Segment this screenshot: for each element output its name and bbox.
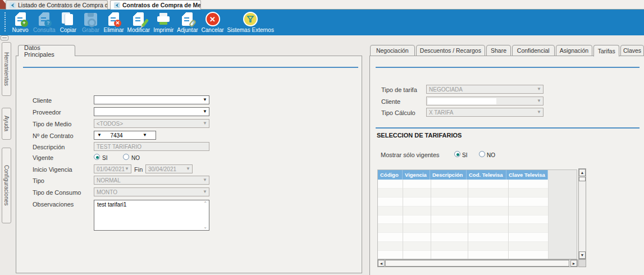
scroll-right-icon[interactable]: ► bbox=[570, 260, 577, 267]
imprimir-button[interactable]: Imprimir bbox=[152, 11, 175, 33]
chevron-down-icon[interactable]: ▼ bbox=[143, 132, 147, 138]
table-header-row: Código Vigencia Descripción Cod. Televis… bbox=[378, 170, 577, 180]
tab-confidencial[interactable]: Confidencial bbox=[512, 45, 555, 56]
window-tab-listado-contratos[interactable]: Listado de Contratos de Compra d.. bbox=[6, 0, 108, 10]
table-row[interactable] bbox=[378, 251, 548, 260]
chevron-down-icon: ▼ bbox=[203, 109, 207, 114]
scroll-up-icon[interactable]: ⌃ bbox=[203, 201, 207, 206]
redacted-value bbox=[428, 98, 496, 104]
observaciones-textarea[interactable]: test tarifari1 ⌃ ⌄ bbox=[94, 200, 209, 231]
inicio-vigencia-label: Inicio Vigencia bbox=[33, 166, 72, 173]
modificar-button[interactable]: Modificar bbox=[126, 11, 152, 33]
vigente-no-label: NO bbox=[131, 155, 140, 161]
tab-share[interactable]: Share bbox=[486, 45, 511, 56]
chevron-down-icon: ▼ bbox=[203, 177, 207, 182]
sistemas-externos-button[interactable]: Sistemas Externos bbox=[226, 11, 276, 33]
adjuntar-button[interactable]: Adjuntar bbox=[175, 11, 199, 33]
cliente-tarifa-label: Cliente bbox=[381, 98, 400, 105]
tipo-medio-dropdown: <TODOS>▼ bbox=[94, 119, 209, 128]
document-attach-icon bbox=[182, 12, 193, 26]
column-header-descripcion[interactable]: Descripción bbox=[430, 170, 467, 180]
proveedor-label: Proveedor bbox=[33, 109, 61, 116]
sidebar-tab-ayuda[interactable]: Ayuda bbox=[2, 108, 11, 140]
mostrar-solo-vigentes-label: Mostrar sólo vigentes bbox=[381, 152, 440, 158]
tipo-calculo-label: Tipo Cálculo bbox=[381, 109, 415, 116]
table-row[interactable] bbox=[378, 224, 548, 233]
window-tab-label: Listado de Contratos de Compra d.. bbox=[18, 2, 108, 8]
grid-line bbox=[548, 180, 549, 259]
tab-negociacion[interactable]: Negociación bbox=[370, 45, 415, 56]
panel-separator bbox=[23, 67, 358, 68]
column-header-clave-televisa[interactable]: Clave Televisa bbox=[506, 170, 548, 180]
chevron-down-icon: ▼ bbox=[203, 189, 207, 194]
document-delete-icon: ✕ bbox=[108, 12, 119, 26]
datos-principales-panel: Cliente ▼ Proveedor ▼ Tipo de Medio <TOD… bbox=[16, 56, 362, 273]
cancelar-button[interactable]: ✕ Cancelar bbox=[200, 11, 226, 33]
scroll-up-icon[interactable]: ▲ bbox=[579, 169, 586, 176]
window-tab-contratos-medios[interactable]: Contratos de Compra de Medios bbox=[110, 0, 201, 10]
fin-label: Fin bbox=[134, 166, 143, 173]
table-row[interactable] bbox=[378, 180, 548, 189]
descripcion-label: Descripción bbox=[33, 144, 65, 150]
vertical-scroll-thumb[interactable] bbox=[579, 177, 586, 181]
vigente-si-radio[interactable] bbox=[94, 154, 100, 160]
panel-separator bbox=[376, 67, 640, 68]
column-header-codigo[interactable]: Código bbox=[378, 170, 403, 180]
sidebar-tab-herramientas[interactable]: Herramientas bbox=[2, 42, 11, 96]
table-row[interactable] bbox=[378, 198, 548, 207]
tab-descuentos-recargos[interactable]: Descuentos / Recargos bbox=[416, 45, 485, 56]
column-header-cod-televisa[interactable]: Cod. Televisa bbox=[467, 170, 506, 180]
table-vertical-scrollbar[interactable]: ▲ ▼ bbox=[578, 168, 586, 259]
scroll-left-icon[interactable]: ◄ bbox=[378, 260, 385, 267]
nuevo-button[interactable]: + Nuevo bbox=[9, 11, 31, 33]
proveedor-dropdown[interactable]: ▼ bbox=[94, 107, 209, 116]
eliminar-button[interactable]: ✕ Eliminar bbox=[102, 11, 125, 33]
table-row[interactable] bbox=[378, 189, 548, 198]
rail-collapse-handle[interactable] bbox=[1, 35, 8, 40]
chevron-down-icon: ▼ bbox=[537, 86, 541, 91]
tipo-dropdown: NORMAL▼ bbox=[94, 176, 209, 185]
grid-line bbox=[508, 180, 509, 259]
cliente-label: Cliente bbox=[33, 97, 52, 104]
column-header-vigencia[interactable]: Vigencia bbox=[403, 170, 430, 180]
table-row[interactable] bbox=[378, 233, 548, 242]
scroll-down-icon[interactable]: ⌄ bbox=[203, 224, 207, 230]
num-contrato-spinner[interactable]: ▼ 7434 ▼ bbox=[94, 131, 156, 140]
tab-asignacion[interactable]: Asignación bbox=[556, 45, 593, 56]
main-toolbar: + Nuevo ? Consulta Copiar Grabar ✕ Elimi… bbox=[0, 10, 644, 35]
sidebar-tab-configuraciones[interactable]: Configuraciones bbox=[2, 148, 11, 223]
mostrar-si-radio[interactable] bbox=[454, 151, 460, 157]
chevron-down-icon: ▼ bbox=[186, 166, 190, 171]
chevron-down-icon: ▼ bbox=[203, 121, 207, 126]
table-row[interactable] bbox=[378, 242, 548, 251]
chevron-down-icon: ▼ bbox=[125, 166, 129, 171]
tab-datos-principales[interactable]: Datos Principales bbox=[18, 45, 75, 56]
tarifarios-table[interactable]: Código Vigencia Descripción Cod. Televis… bbox=[377, 169, 577, 259]
document-plus-icon: + bbox=[15, 12, 26, 26]
vigente-no-radio[interactable] bbox=[123, 154, 129, 160]
horizontal-scroll-thumb[interactable] bbox=[385, 260, 569, 267]
grid-line bbox=[468, 180, 468, 259]
table-row[interactable] bbox=[378, 207, 548, 216]
chevron-down-icon: ▼ bbox=[537, 98, 541, 103]
toolbar-grip[interactable] bbox=[4, 12, 6, 31]
left-rail: Herramientas Ayuda Configuraciones bbox=[0, 35, 15, 275]
observaciones-label: Observaciones bbox=[33, 201, 74, 208]
fin-vigencia-datepicker: 30/04/2021▼ bbox=[145, 164, 193, 173]
grid-line bbox=[431, 180, 431, 259]
copiar-button[interactable]: Copiar bbox=[57, 11, 79, 33]
table-horizontal-scrollbar[interactable]: ◄ ► bbox=[377, 259, 578, 267]
cliente-tarifa-dropdown: ▼ bbox=[426, 97, 543, 106]
tab-tarifas[interactable]: Tarifas bbox=[593, 45, 619, 57]
seleccion-tarifarios-title: SELECCION DE TARIFARIOS bbox=[377, 132, 462, 139]
chevron-down-icon: ▼ bbox=[203, 97, 207, 102]
table-row[interactable] bbox=[378, 216, 548, 224]
cliente-dropdown[interactable]: ▼ bbox=[94, 95, 209, 104]
mostrar-no-radio[interactable] bbox=[479, 151, 485, 157]
document-edit-icon bbox=[133, 12, 144, 26]
tab-claves[interactable]: Claves bbox=[620, 45, 644, 56]
tipo-medio-label: Tipo de Medio bbox=[33, 121, 71, 127]
panel-separator bbox=[376, 127, 640, 129]
scroll-down-icon[interactable]: ▼ bbox=[579, 251, 586, 259]
table-body bbox=[378, 180, 548, 259]
